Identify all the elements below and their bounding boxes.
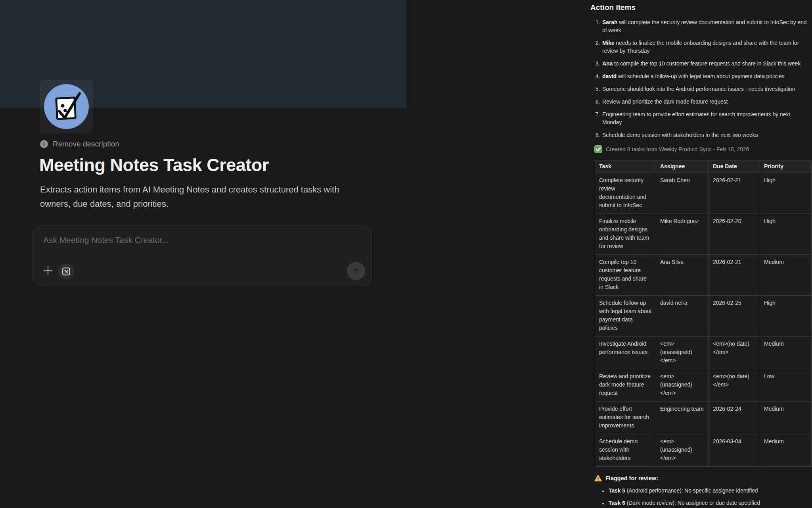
table-row: Finalize mobile onboarding designs and s… <box>595 214 812 255</box>
flagged-list: Task 5 (Android performance): No specifi… <box>590 487 809 508</box>
table-cell: 2026-02-24 <box>709 402 760 434</box>
table-cell: Review and prioritize dark mode feature … <box>595 369 656 402</box>
table-header-cell: Due Date <box>709 160 760 173</box>
table-cell: Low <box>760 369 812 402</box>
tasks-table: TaskAssigneeDue DatePriority Complete se… <box>595 160 812 467</box>
table-cell: Ana Silva <box>656 255 709 296</box>
page-title[interactable]: Meeting Notes Task Creator <box>39 155 269 175</box>
remove-description-label: Remove description <box>53 140 119 148</box>
table-cell: Schedule follow-up with legal team about… <box>595 296 656 337</box>
arrow-up-icon <box>351 266 361 276</box>
flagged-item: Task 5 (Android performance): No specifi… <box>608 487 809 495</box>
table-row: Provide effort estimates for search impr… <box>595 402 812 434</box>
response-panel: Action Items Sarah will complete the sec… <box>590 0 809 508</box>
table-cell: Medium <box>760 434 812 467</box>
table-cell: Sarah Chen <box>656 173 709 214</box>
action-item: Ana to compile the top 10 customer featu… <box>601 60 809 67</box>
table-cell: <em>(no date)​</em> <box>709 369 760 402</box>
action-item: Someone should look into the Android per… <box>601 85 809 93</box>
table-row: Schedule demo session with stakeholders<… <box>595 434 812 467</box>
table-cell: Engineering team <box>656 402 709 434</box>
action-item: Sarah will complete the security review … <box>601 18 809 34</box>
action-item: Engineering team to provide effort estim… <box>601 110 809 126</box>
table-cell: High <box>760 173 812 214</box>
table-cell: <em>(no date)​</em> <box>709 337 760 369</box>
flagged-heading-row: Flagged for review: <box>594 475 809 482</box>
agent-icon-background <box>44 84 89 129</box>
svg-text:N: N <box>64 269 68 275</box>
table-row: Schedule follow-up with legal team about… <box>595 296 812 337</box>
action-items-heading: Action Items <box>590 3 809 12</box>
table-cell: High <box>760 296 812 337</box>
table-cell: High <box>760 214 812 255</box>
table-cell: Medium <box>760 255 812 296</box>
page-description[interactable]: Extracts action items from AI Meeting No… <box>40 183 353 211</box>
action-items-list: Sarah will complete the security review … <box>590 18 809 139</box>
table-cell: Investigate Android performance issues <box>595 337 656 369</box>
flagged-heading: Flagged for review: <box>605 475 658 481</box>
send-button[interactable] <box>347 262 365 280</box>
table-header-cell: Priority <box>760 160 812 173</box>
table-cell: <em>(unassigned)​</em> <box>656 337 709 369</box>
checkbox-note-icon <box>48 88 86 126</box>
table-header-row: TaskAssigneeDue DatePriority <box>595 160 812 173</box>
action-item: Review and prioritize the dark mode feat… <box>601 98 809 106</box>
agent-icon-button[interactable] <box>40 80 93 133</box>
table-cell: 2026-02-25 <box>709 296 760 337</box>
action-item: Mike needs to finalize the mobile onboar… <box>601 39 809 55</box>
table-cell: Complete security review documentation a… <box>595 173 656 214</box>
table-cell: <em>(unassigned)​</em> <box>656 434 709 467</box>
table-header-cell: Assignee <box>656 160 709 173</box>
table-cell: Finalize mobile onboarding designs and s… <box>595 214 656 255</box>
remove-description-button[interactable]: i Remove description <box>40 140 119 148</box>
table-cell: Mike Rodriguez <box>656 214 709 255</box>
table-cell: Provide effort estimates for search impr… <box>595 402 656 434</box>
table-cell: 2026-02-21 <box>709 255 760 296</box>
table-row: Compile top 10 customer feature requests… <box>595 255 812 296</box>
table-row: Investigate Android performance issues<e… <box>595 337 812 369</box>
add-attachment-button[interactable] <box>42 265 54 276</box>
table-row: Review and prioritize dark mode feature … <box>595 369 812 402</box>
notion-source-button[interactable]: N <box>58 264 74 279</box>
table-cell: Compile top 10 customer feature requests… <box>595 255 656 296</box>
table-row: Complete security review documentation a… <box>595 173 812 214</box>
info-icon: i <box>40 140 48 148</box>
green-check-icon <box>594 145 602 153</box>
prompt-input[interactable]: Ask Meeting Notes Task Creator... N <box>33 225 372 286</box>
table-cell: Medium <box>760 337 812 369</box>
plus-icon <box>42 265 54 276</box>
table-cell: 2026-02-20 <box>709 214 760 255</box>
table-cell: david neira <box>656 296 709 337</box>
table-header-cell: Task <box>595 160 656 173</box>
warning-icon <box>594 475 602 482</box>
table-cell: <em>(unassigned)​</em> <box>656 369 709 402</box>
flagged-item: Task 6 (Dark mode review): No assignee o… <box>608 499 809 507</box>
status-text: Created 8 tasks from Weekly Product Sync… <box>606 146 749 152</box>
table-cell: 2026-03-04 <box>709 434 760 467</box>
prompt-placeholder: Ask Meeting Notes Task Creator... <box>43 235 169 245</box>
action-item: Schedule demo session with stakeholders … <box>601 131 809 139</box>
table-cell: Schedule demo session with stakeholders <box>595 434 656 467</box>
action-item: david will schedule a follow-up with leg… <box>601 72 809 80</box>
table-cell: Medium <box>760 402 812 434</box>
status-line: Created 8 tasks from Weekly Product Sync… <box>594 145 809 153</box>
table-cell: 2026-02-21 <box>709 173 760 214</box>
notion-logo-icon: N <box>61 267 71 276</box>
